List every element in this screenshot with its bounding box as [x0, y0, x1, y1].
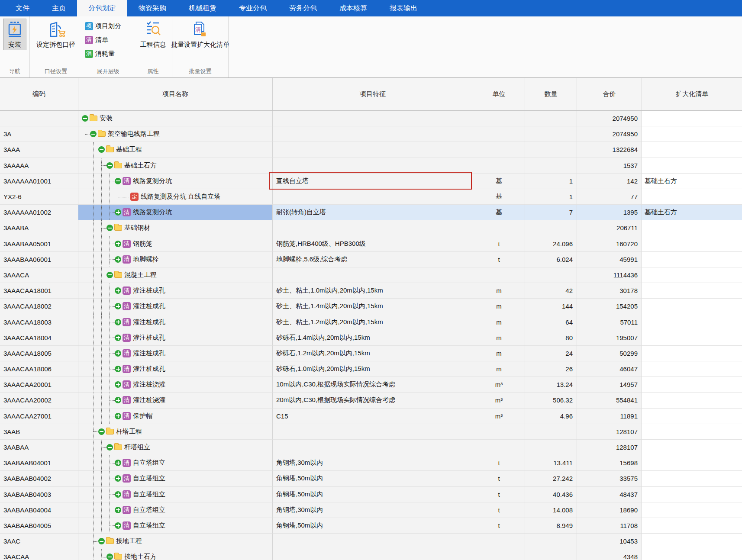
- row-code-cell[interactable]: [0, 111, 78, 126]
- row-code-cell[interactable]: 3AABAAB04004: [0, 502, 78, 518]
- row-code-cell[interactable]: 3AAABAA05001: [0, 236, 78, 252]
- row-total-price-cell[interactable]: 1114436: [577, 267, 642, 283]
- row-expanded-list-cell[interactable]: 基础土石方: [642, 174, 742, 189]
- row-total-price-cell[interactable]: 30178: [577, 283, 642, 299]
- table-row[interactable]: 3AAACAA18005清灌注桩成孔砂砾石,1.2m以内,20m以内,15kmm…: [0, 346, 742, 361]
- row-feature-cell[interactable]: [273, 267, 473, 283]
- row-total-price-cell[interactable]: 160720: [577, 236, 642, 252]
- tab-cost-accounting[interactable]: 成本核算: [328, 0, 378, 16]
- row-expanded-list-cell[interactable]: [642, 158, 742, 174]
- row-quantity-cell[interactable]: 40.436: [525, 487, 577, 502]
- row-name-cell[interactable]: 定线路复测及分坑 直线自立塔: [78, 189, 273, 205]
- row-quantity-cell[interactable]: [525, 534, 577, 549]
- row-quantity-cell[interactable]: 13.24: [525, 377, 577, 393]
- row-total-price-cell[interactable]: 57011: [577, 314, 642, 330]
- row-unit-cell[interactable]: m: [473, 330, 525, 346]
- row-unit-cell[interactable]: 基: [473, 189, 525, 205]
- row-quantity-cell[interactable]: [525, 111, 577, 126]
- row-total-price-cell[interactable]: 11708: [577, 518, 642, 534]
- row-total-price-cell[interactable]: 1395: [577, 205, 642, 220]
- table-row[interactable]: 3AAACAA18001清灌注桩成孔砂土、粘土,1.0m以内,20m以内,15k…: [0, 283, 742, 299]
- row-unit-cell[interactable]: m: [473, 299, 525, 314]
- collapse-icon[interactable]: [106, 272, 113, 278]
- row-total-price-cell[interactable]: 77: [577, 189, 642, 205]
- expand-icon[interactable]: [115, 209, 121, 216]
- row-unit-cell[interactable]: [473, 220, 525, 236]
- row-code-cell[interactable]: 3AAAAA: [0, 158, 78, 174]
- table-row[interactable]: 3AAACA混凝土工程1114436: [0, 267, 742, 283]
- row-total-price-cell[interactable]: 45991: [577, 252, 642, 267]
- row-feature-cell[interactable]: 砂砾石,1.0m以内,20m以内,15km: [273, 361, 473, 377]
- row-feature-cell[interactable]: [273, 440, 473, 455]
- row-unit-cell[interactable]: m³: [473, 377, 525, 393]
- collapse-icon[interactable]: [98, 146, 105, 153]
- row-expanded-list-cell[interactable]: [642, 518, 742, 534]
- row-quantity-cell[interactable]: 26: [525, 361, 577, 377]
- row-code-cell[interactable]: 3AABAAB04003: [0, 487, 78, 502]
- row-unit-cell[interactable]: [473, 126, 525, 142]
- column-header-total-price[interactable]: 合价: [577, 78, 642, 110]
- column-header-item-name[interactable]: 项目名称: [78, 78, 273, 110]
- row-name-cell[interactable]: 清灌注桩成孔: [78, 299, 273, 314]
- row-total-price-cell[interactable]: 206711: [577, 220, 642, 236]
- row-code-cell[interactable]: 3AAACAA18004: [0, 330, 78, 346]
- row-name-cell[interactable]: 杆塔工程: [78, 424, 273, 440]
- row-feature-cell[interactable]: 角钢塔,50m以内: [273, 518, 473, 534]
- row-unit-cell[interactable]: [473, 534, 525, 549]
- consumption-button[interactable]: 消 消耗量: [82, 47, 117, 61]
- row-code-cell[interactable]: 3AAACAA18002: [0, 299, 78, 314]
- table-row[interactable]: 3AAA基础工程1322684: [0, 142, 742, 158]
- row-quantity-cell[interactable]: 506.32: [525, 393, 577, 408]
- row-quantity-cell[interactable]: 8.949: [525, 518, 577, 534]
- row-total-price-cell[interactable]: 33575: [577, 471, 642, 486]
- row-feature-cell[interactable]: [273, 220, 473, 236]
- row-expanded-list-cell[interactable]: [642, 440, 742, 455]
- column-header-code[interactable]: 编码: [0, 78, 78, 110]
- list-button[interactable]: 清 清单: [82, 33, 111, 47]
- row-name-cell[interactable]: 清保护帽: [78, 409, 273, 424]
- collapse-icon[interactable]: [106, 444, 113, 451]
- row-quantity-cell[interactable]: 144: [525, 299, 577, 314]
- row-feature-cell[interactable]: [273, 111, 473, 126]
- table-row[interactable]: 3AABAAB04004清自立塔组立角钢塔,30m以内t14.00818690: [0, 502, 742, 518]
- table-row[interactable]: 3AABAAB04001清自立塔组立角钢塔,30m以内t13.41115698: [0, 455, 742, 471]
- table-row[interactable]: 3AAB杆塔工程128107: [0, 424, 742, 440]
- batch-set-expanded-list-button[interactable]: 清 批量设置扩大化清单: [168, 19, 232, 50]
- table-row[interactable]: 3AAACAA18002清灌注桩成孔砂土、粘土,1.4m以内,20m以内,15k…: [0, 299, 742, 314]
- expand-icon[interactable]: [115, 303, 121, 309]
- row-unit-cell[interactable]: [473, 111, 525, 126]
- row-quantity-cell[interactable]: [525, 220, 577, 236]
- row-quantity-cell[interactable]: [525, 158, 577, 174]
- row-unit-cell[interactable]: t: [473, 502, 525, 518]
- table-row[interactable]: 3A架空输电线路工程2074950: [0, 126, 742, 142]
- row-code-cell[interactable]: 3AAACA: [0, 267, 78, 283]
- row-total-price-cell[interactable]: 195007: [577, 330, 642, 346]
- row-code-cell[interactable]: 3AAB: [0, 424, 78, 440]
- row-quantity-cell[interactable]: [525, 267, 577, 283]
- row-feature-cell[interactable]: 钢筋笼,HRB400级、HPB300级: [273, 236, 473, 252]
- table-row[interactable]: 3AAACAA20002清灌注桩浇灌20m以内,C30,根据现场实际情况综合考虑…: [0, 393, 742, 408]
- row-expanded-list-cell[interactable]: [642, 424, 742, 440]
- expand-icon[interactable]: [115, 460, 121, 466]
- row-expanded-list-cell[interactable]: [642, 299, 742, 314]
- table-row[interactable]: 3AAACAA18003清灌注桩成孔砂土、粘土,1.2m以内,20m以内,15k…: [0, 314, 742, 330]
- expand-icon[interactable]: [115, 522, 121, 529]
- row-name-cell[interactable]: 清灌注桩成孔: [78, 330, 273, 346]
- column-header-unit[interactable]: 单位: [473, 78, 525, 110]
- row-feature-cell[interactable]: [273, 549, 473, 560]
- tab-subcontract-division[interactable]: 分包划定: [77, 0, 127, 16]
- table-row[interactable]: 3AAC接地工程10453: [0, 534, 742, 549]
- row-unit-cell[interactable]: t: [473, 471, 525, 486]
- row-feature-cell[interactable]: [273, 424, 473, 440]
- row-name-cell[interactable]: 杆塔组立: [78, 440, 273, 455]
- row-code-cell[interactable]: YX2-6: [0, 189, 78, 205]
- row-name-cell[interactable]: 基础钢材: [78, 220, 273, 236]
- expand-icon[interactable]: [115, 335, 121, 341]
- collapse-icon[interactable]: [106, 554, 113, 560]
- row-feature-cell[interactable]: [273, 142, 473, 158]
- row-total-price-cell[interactable]: 1537: [577, 158, 642, 174]
- tab-material-purchase[interactable]: 物资采购: [127, 0, 177, 16]
- row-feature-cell[interactable]: 耐张(转角)自立塔: [273, 205, 473, 220]
- row-unit-cell[interactable]: m: [473, 314, 525, 330]
- row-expanded-list-cell[interactable]: [642, 455, 742, 471]
